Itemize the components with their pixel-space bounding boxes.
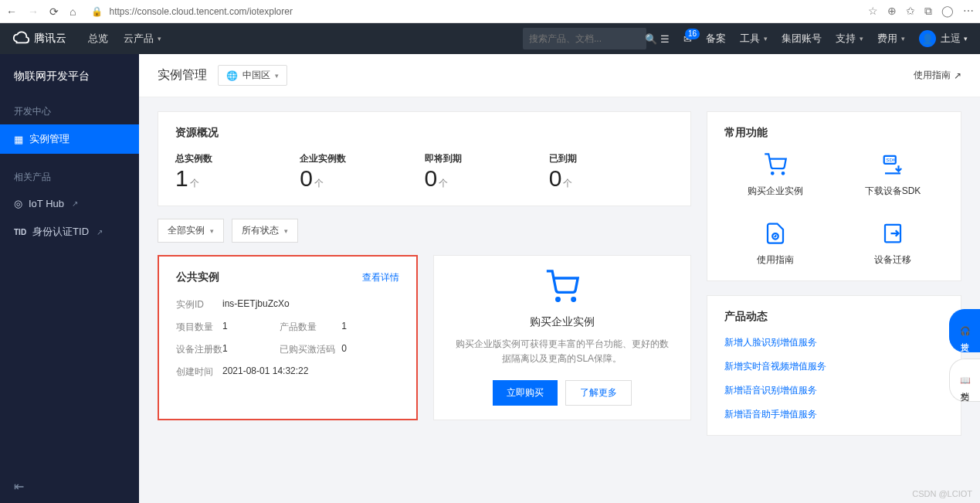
refresh-icon[interactable]: ⟳ xyxy=(49,5,59,18)
product-news-card: 产品动态 新增人脸识别增值服务 新增实时音视频增值服务 新增语音识别增值服务 新… xyxy=(707,295,961,436)
url-text: https://console.cloud.tencent.com/iotexp… xyxy=(109,6,292,17)
public-instance-card: 公共实例 查看详情 实例ID ins-EETjbuZcXo 项目数量 1 产品数… xyxy=(158,255,418,420)
page-title: 实例管理 xyxy=(158,67,207,83)
promo-desc: 购买企业版实例可获得更丰富的平台功能、更好的数据隔离以及更高的SLA保障。 xyxy=(454,337,670,366)
nav-messages[interactable]: ✉16 xyxy=(683,33,692,45)
svg-point-3 xyxy=(782,172,785,175)
stat-expired: 已到期 0个 xyxy=(549,152,673,192)
purchase-promo-card: 购买企业实例 购买企业版实例可获得更丰富的平台功能、更好的数据隔离以及更高的SL… xyxy=(433,255,692,420)
buy-now-button[interactable]: 立即购买 xyxy=(493,380,558,406)
sidebar-collapse-icon[interactable]: ⇤ xyxy=(14,479,24,494)
ext1-icon[interactable]: ⊕ xyxy=(887,5,897,18)
stat-expiring: 即将到期 0个 xyxy=(425,152,549,192)
funcs-title: 常用功能 xyxy=(724,126,944,140)
hub-icon: ◎ xyxy=(14,198,22,209)
search-icon[interactable]: 🔍 xyxy=(645,33,657,45)
region-selector[interactable]: 🌐 中国区 ▾ xyxy=(218,65,287,86)
svg-text:SDK: SDK xyxy=(886,157,897,162)
filter-instance-type[interactable]: 全部实例 xyxy=(158,219,224,243)
guide-icon xyxy=(724,221,826,246)
external-link-icon: ↗ xyxy=(72,199,78,208)
stat-total: 总实例数 1个 xyxy=(175,152,300,192)
stat-enterprise: 企业实例数 0个 xyxy=(300,152,424,192)
lock-icon: 🔒 xyxy=(91,6,103,17)
sidebar-group-dev: 开发中心 xyxy=(0,99,139,124)
svg-point-2 xyxy=(771,172,774,175)
cart-icon xyxy=(724,152,826,177)
profile-icon[interactable]: ◯ xyxy=(941,5,954,18)
nav-overview[interactable]: 总览 xyxy=(88,32,108,46)
nav-support[interactable]: 支持 xyxy=(836,32,863,46)
view-detail-link[interactable]: 查看详情 xyxy=(362,271,399,284)
filter-bar: 全部实例 所有状态 xyxy=(158,219,691,243)
tid-icon: TID xyxy=(14,228,26,236)
common-functions-card: 常用功能 购买企业实例 SDK 下载设备SDK 使用指南 xyxy=(707,111,961,281)
nav-cost[interactable]: 费用 xyxy=(877,32,905,46)
nav-products[interactable]: 云产品 xyxy=(124,32,161,46)
sidebar-title: 物联网开发平台 xyxy=(0,70,139,99)
sidebar-item-instance[interactable]: ▦ 实例管理 xyxy=(0,124,139,154)
svg-point-0 xyxy=(556,298,559,301)
nav-beian[interactable]: 备案 xyxy=(706,32,726,46)
avatar-icon: 👤 xyxy=(919,30,936,47)
ext3-icon[interactable]: ⧉ xyxy=(924,5,932,18)
news-link[interactable]: 新增语音识别增值服务 xyxy=(724,384,944,397)
filter-status[interactable]: 所有状态 xyxy=(232,219,298,243)
browser-bar: ← → ⟳ ⌂ 🔒 https://console.cloud.tencent.… xyxy=(0,0,980,23)
sidebar-group-related: 相关产品 xyxy=(0,165,139,190)
instance-id-value: ins-EETjbuZcXo xyxy=(222,298,399,311)
search-input[interactable] xyxy=(529,33,645,44)
forward-icon[interactable]: → xyxy=(28,5,39,18)
func-migrate[interactable]: 设备迁移 xyxy=(842,221,944,267)
globe-icon: 🌐 xyxy=(226,70,238,81)
sidebar-item-iothub[interactable]: ◎ IoT Hub ↗ xyxy=(0,190,139,217)
home-icon[interactable]: ⌂ xyxy=(70,5,76,18)
sidebar: 物联网开发平台 开发中心 ▦ 实例管理 相关产品 ◎ IoT Hub ↗ TID… xyxy=(0,54,139,503)
book-icon: 📖 xyxy=(960,376,971,386)
func-buy-instance[interactable]: 购买企业实例 xyxy=(724,152,826,198)
svg-point-1 xyxy=(572,298,575,301)
func-guide[interactable]: 使用指南 xyxy=(724,221,826,267)
nav-group[interactable]: 集团账号 xyxy=(782,32,822,46)
nav-tools[interactable]: 工具 xyxy=(740,32,768,46)
menu-icon[interactable]: ⋯ xyxy=(963,5,974,18)
top-nav: 腾讯云 总览 云产品 🔍 ☰ ✉16 备案 工具 集团账号 支持 费用 👤 土逗… xyxy=(0,23,980,54)
news-link[interactable]: 新增语音助手增值服务 xyxy=(724,408,944,421)
resource-overview-card: 资源概况 总实例数 1个 企业实例数 0个 即将到期 0个 xyxy=(158,111,691,206)
instance-title: 公共实例 xyxy=(176,270,219,284)
external-link-icon: ↗ xyxy=(97,228,103,236)
external-link-icon: ↗ xyxy=(954,70,961,81)
promo-title: 购买企业实例 xyxy=(530,315,595,329)
cart-icon xyxy=(545,270,579,306)
brand-logo[interactable]: 腾讯云 xyxy=(12,30,66,47)
main-content: 实例管理 🌐 中国区 ▾ 使用指南 ↗ 资源概况 总实例数 1个 xyxy=(139,54,980,503)
usage-guide-link[interactable]: 使用指南 ↗ xyxy=(914,69,961,82)
nav-experience-icon[interactable]: ☰ xyxy=(660,33,670,45)
nav-user[interactable]: 👤 土逗 ▾ xyxy=(919,30,968,47)
news-link[interactable]: 新增实时音视频增值服务 xyxy=(724,360,944,373)
sdk-download-icon: SDK xyxy=(842,152,944,177)
search-box[interactable]: 🔍 xyxy=(523,28,646,49)
bookmark-icon[interactable]: ☆ xyxy=(868,5,878,18)
float-docs-button[interactable]: 📖 文档 xyxy=(949,359,980,402)
news-title: 产品动态 xyxy=(724,310,944,324)
back-icon[interactable]: ← xyxy=(6,5,17,18)
sidebar-item-tid[interactable]: TID 身份认证TID ↗ xyxy=(0,217,139,246)
floating-actions: 🎧 支持 📖 文档 xyxy=(949,309,980,402)
float-support-button[interactable]: 🎧 支持 xyxy=(949,309,980,352)
news-link[interactable]: 新增人脸识别增值服务 xyxy=(724,336,944,349)
func-download-sdk[interactable]: SDK 下载设备SDK xyxy=(842,152,944,198)
learn-more-button[interactable]: 了解更多 xyxy=(565,380,632,406)
overview-title: 资源概况 xyxy=(175,126,673,140)
headset-icon: 🎧 xyxy=(960,326,971,336)
ext2-icon[interactable]: ✩ xyxy=(906,5,915,18)
watermark: CSDN @LCIOT xyxy=(912,489,972,498)
page-header: 实例管理 🌐 中国区 ▾ 使用指南 ↗ xyxy=(139,54,980,97)
migrate-icon xyxy=(842,221,944,246)
grid-icon: ▦ xyxy=(14,134,23,145)
